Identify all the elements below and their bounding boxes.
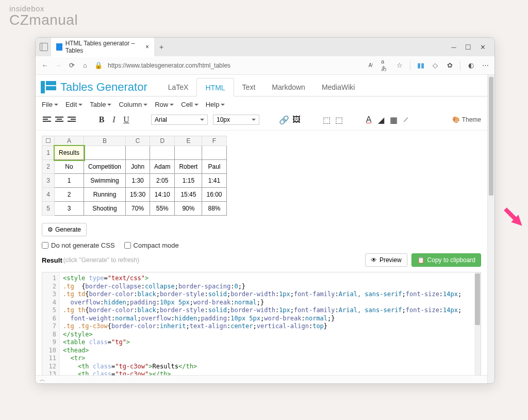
tab-latex[interactable]: LaTeX xyxy=(160,78,197,96)
cell[interactable]: Swimming xyxy=(84,174,126,188)
window-maximize-button[interactable]: ☐ xyxy=(465,43,472,51)
browser-tab[interactable]: HTML Tables generator – Tables × xyxy=(51,37,154,57)
select-all-cell[interactable]: ☐ xyxy=(42,136,55,146)
tab-html[interactable]: HTML xyxy=(196,78,234,96)
cell[interactable]: 2 xyxy=(55,188,84,202)
col-header[interactable]: E xyxy=(175,136,202,146)
row-header[interactable]: 4 xyxy=(42,188,55,202)
tab-close-icon[interactable]: × xyxy=(145,43,149,51)
fill-color-icon[interactable]: ◢ xyxy=(376,115,386,125)
clear-format-icon[interactable]: ⟋ xyxy=(401,115,411,125)
menu-file[interactable]: File xyxy=(42,101,58,108)
menu-icon[interactable]: ⋯ xyxy=(481,61,489,70)
cell[interactable]: Paul xyxy=(202,160,226,174)
translate-icon[interactable]: aあ xyxy=(381,61,389,70)
compact-mode-checkbox[interactable]: Compact mode xyxy=(124,241,179,249)
code-text[interactable]: <style type="text/css"> .tg {border-coll… xyxy=(60,272,481,383)
cell[interactable]: Results xyxy=(55,146,84,160)
back-button[interactable]: ← xyxy=(41,61,49,70)
col-header[interactable]: D xyxy=(150,136,175,146)
row-header[interactable]: 2 xyxy=(42,160,55,174)
menu-cell[interactable]: Cell xyxy=(181,101,198,108)
cell[interactable]: 1:30 xyxy=(126,174,150,188)
cell[interactable]: 55% xyxy=(150,202,175,216)
no-css-checkbox[interactable]: Do not generate CSS xyxy=(42,241,115,249)
cell[interactable] xyxy=(202,146,226,160)
align-right-button[interactable] xyxy=(67,115,77,125)
cell[interactable]: 1:41 xyxy=(202,174,226,188)
col-header[interactable]: C xyxy=(126,136,150,146)
underline-button[interactable]: U xyxy=(121,115,131,125)
preview-button[interactable]: 👁 Preview xyxy=(365,253,407,267)
cell[interactable]: 88% xyxy=(202,202,226,216)
menu-row[interactable]: Row xyxy=(155,101,174,108)
col-header[interactable]: B xyxy=(84,136,126,146)
cell[interactable]: 1:15 xyxy=(175,174,202,188)
extensions-icon[interactable]: ✿ xyxy=(446,61,454,70)
favorites-icon[interactable]: ☆ xyxy=(395,61,404,70)
code-output[interactable]: 1234567891011121314 <style type="text/cs… xyxy=(42,272,481,383)
cell[interactable] xyxy=(126,146,150,160)
cell[interactable] xyxy=(150,146,175,160)
collections-icon[interactable]: ▮▮ xyxy=(417,61,425,70)
cell[interactable]: No xyxy=(55,160,84,174)
reader-mode-icon[interactable]: A⁾ xyxy=(367,61,375,70)
merge-cells-icon[interactable]: ⬚ xyxy=(321,115,332,125)
borders-icon[interactable]: ▦ xyxy=(388,115,399,125)
cell[interactable]: 90% xyxy=(175,202,202,216)
col-header[interactable]: A xyxy=(55,136,84,146)
italic-button[interactable]: I xyxy=(109,115,119,125)
home-button[interactable]: ⌂ xyxy=(81,61,89,70)
cell[interactable]: 14:10 xyxy=(150,188,175,202)
cell[interactable]: Competition xyxy=(84,160,126,174)
row-header[interactable]: 3 xyxy=(42,174,55,188)
forward-button[interactable]: → xyxy=(54,61,62,70)
cell[interactable]: 1 xyxy=(55,174,84,188)
font-color-icon[interactable]: A xyxy=(364,115,374,125)
site-logo[interactable]: Tables Generator xyxy=(41,80,147,94)
profile-icon[interactable]: ◐ xyxy=(467,61,475,70)
link-icon[interactable]: 🔗 xyxy=(279,115,289,125)
window-close-button[interactable]: ✕ xyxy=(479,43,486,51)
row-header[interactable]: 5 xyxy=(42,202,55,216)
cell[interactable]: 70% xyxy=(126,202,150,216)
font-family-select[interactable]: Arial xyxy=(151,115,208,125)
tab-actions-icon[interactable] xyxy=(40,43,48,51)
menu-table[interactable]: Table xyxy=(90,101,111,108)
align-left-button[interactable] xyxy=(42,115,52,125)
cell[interactable] xyxy=(175,146,202,160)
cell[interactable]: Adam xyxy=(150,160,175,174)
menu-help[interactable]: Help xyxy=(206,101,225,108)
cell[interactable]: 15:45 xyxy=(175,188,202,202)
cell[interactable]: Shooting xyxy=(84,202,126,216)
refresh-button[interactable]: ⟳ xyxy=(68,61,76,70)
row-header[interactable]: 1 xyxy=(42,146,55,160)
menu-edit[interactable]: Edit xyxy=(65,101,82,108)
theme-button[interactable]: 🎨 Theme xyxy=(452,116,481,123)
font-size-select[interactable]: 10px xyxy=(213,115,259,125)
cell[interactable]: 16:00 xyxy=(202,188,226,202)
spreadsheet[interactable]: ☐ A B C D E F 1 Results xyxy=(36,131,487,221)
col-header[interactable]: F xyxy=(202,136,226,146)
cell[interactable]: 2:05 xyxy=(150,174,175,188)
bold-button[interactable]: B xyxy=(96,115,107,125)
chevron-up-icon[interactable]: ︿ xyxy=(40,376,45,383)
cell[interactable]: 3 xyxy=(55,202,84,216)
page-scrollbar[interactable] xyxy=(487,75,494,383)
tab-markdown[interactable]: Markdown xyxy=(263,78,314,96)
split-cells-icon[interactable]: ⬚ xyxy=(334,115,344,125)
cell[interactable]: Running xyxy=(84,188,126,202)
url-field[interactable]: https://www.tablesgenerator.com/html_tab… xyxy=(108,62,230,69)
generate-button[interactable]: ⚙ Generate xyxy=(42,223,87,236)
tab-text[interactable]: Text xyxy=(234,78,264,96)
copy-to-clipboard-button[interactable]: 📋 Copy to clipboard xyxy=(411,253,481,267)
window-minimize-button[interactable]: ─ xyxy=(450,43,457,51)
new-tab-button[interactable]: + xyxy=(157,43,166,51)
cell[interactable]: Robert xyxy=(175,160,202,174)
align-center-button[interactable] xyxy=(54,115,64,125)
downloads-icon[interactable]: ◇ xyxy=(431,61,439,70)
code-scrollbar[interactable] xyxy=(474,272,481,383)
tab-mediawiki[interactable]: MediaWiki xyxy=(314,78,364,96)
menu-column[interactable]: Column xyxy=(119,101,147,108)
image-icon[interactable]: 🖼 xyxy=(291,115,302,125)
